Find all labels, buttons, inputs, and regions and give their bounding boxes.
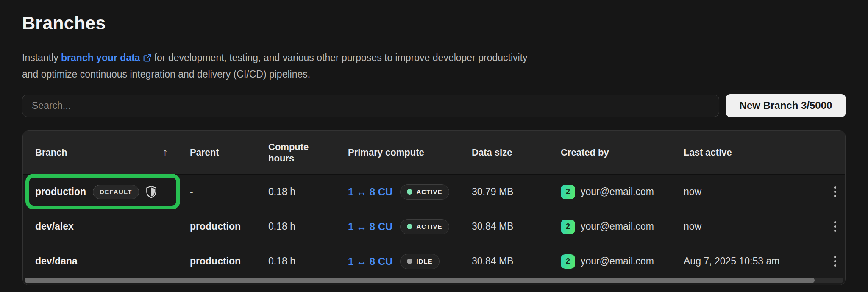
table-row-dev-alex[interactable]: dev/alex production 0.18 h 1 ↔ 8 CU ACTI… xyxy=(23,209,845,244)
created-by-email: your@email.com xyxy=(581,221,654,232)
table-row-production[interactable]: production DEFAULT - 0.18 h 1 ↔ 8 CU ACT… xyxy=(23,174,845,209)
row-menu-button[interactable] xyxy=(831,218,840,235)
description-prefix: Instantly xyxy=(22,52,58,63)
description-line2: and optimize continuous integration and … xyxy=(22,67,528,82)
compute-range-link[interactable]: 1 ↔ 8 CU xyxy=(348,256,392,267)
status-dot-icon xyxy=(407,224,412,229)
branch-name: dev/dana xyxy=(35,256,78,267)
avatar: 2 xyxy=(561,220,575,234)
compute-hours: 0.18 h xyxy=(268,256,348,267)
table-header: Branch ↑ Parent Compute hours Primary co… xyxy=(23,131,845,174)
data-size: 30.84 MB xyxy=(472,256,561,267)
parent-branch: production xyxy=(190,256,268,267)
sort-ascending-icon[interactable]: ↑ xyxy=(162,146,168,159)
avatar: 2 xyxy=(561,185,575,199)
column-header-created-by: Created by xyxy=(561,147,684,158)
created-by-email: your@email.com xyxy=(581,186,654,197)
status-dot-icon xyxy=(407,259,412,264)
branch-your-data-link[interactable]: branch your data xyxy=(61,52,140,63)
search-input[interactable] xyxy=(22,95,719,117)
data-size: 30.79 MB xyxy=(472,186,561,197)
horizontal-scrollbar xyxy=(23,278,845,285)
scrollbar-thumb[interactable] xyxy=(25,278,815,283)
branches-table: Branch ↑ Parent Compute hours Primary co… xyxy=(22,130,846,285)
last-active: now xyxy=(684,221,825,232)
avatar: 2 xyxy=(561,254,575,269)
status-badge: IDLE xyxy=(400,254,439,269)
column-header-parent: Parent xyxy=(190,147,268,158)
column-header-last-active: Last active xyxy=(684,147,825,158)
new-branch-button[interactable]: New Branch 3/5000 xyxy=(726,94,846,117)
parent-branch: - xyxy=(190,186,268,197)
status-dot-icon xyxy=(407,189,412,195)
column-header-compute-hours: Compute hours xyxy=(268,141,348,164)
last-active: now xyxy=(684,186,825,197)
compute-range-link[interactable]: 1 ↔ 8 CU xyxy=(348,221,392,233)
column-header-data-size: Data size xyxy=(472,147,561,158)
table-row-dev-dana[interactable]: dev/dana production 0.18 h 1 ↔ 8 CU IDLE… xyxy=(23,244,845,278)
external-link-icon xyxy=(143,51,152,67)
description-line1: for development, testing, and various ot… xyxy=(154,52,528,63)
compute-hours: 0.18 h xyxy=(268,186,348,197)
last-active: Aug 7, 2025 10:53 am xyxy=(684,256,825,267)
default-badge: DEFAULT xyxy=(93,185,139,199)
compute-range-link[interactable]: 1 ↔ 8 CU xyxy=(348,186,392,198)
row-menu-button[interactable] xyxy=(831,183,840,200)
row-menu-button[interactable] xyxy=(831,253,840,270)
status-badge: ACTIVE xyxy=(400,219,449,234)
parent-branch: production xyxy=(190,221,268,232)
status-badge: ACTIVE xyxy=(400,184,449,200)
page-description: Instantly branch your datafor developmen… xyxy=(22,50,528,82)
branch-name: production xyxy=(35,186,86,197)
created-by-email: your@email.com xyxy=(581,256,654,267)
scrollbar-track[interactable] xyxy=(25,278,843,283)
compute-hours: 0.18 h xyxy=(268,221,348,232)
page-title: Branches xyxy=(22,13,106,33)
column-header-branch[interactable]: Branch ↑ xyxy=(23,146,190,159)
branch-column-label: Branch xyxy=(35,147,67,158)
column-header-primary-compute: Primary compute xyxy=(348,147,472,158)
data-size: 30.84 MB xyxy=(472,221,561,232)
branch-name: dev/alex xyxy=(35,221,74,232)
protected-shield-icon xyxy=(146,186,157,198)
